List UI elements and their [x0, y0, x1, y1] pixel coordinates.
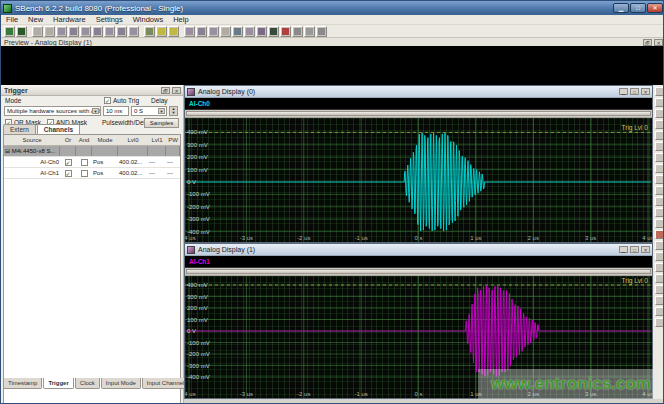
toolbar-icon-8[interactable]	[92, 26, 103, 37]
close-icon[interactable]: ✕	[172, 87, 181, 94]
level1-cell[interactable]: ---	[148, 159, 166, 165]
toolbar-icon-10[interactable]	[116, 26, 127, 37]
column-header-or[interactable]: Or	[60, 137, 76, 143]
level0-cell[interactable]: 400.02...	[118, 159, 148, 165]
close-button[interactable]: ✕	[647, 3, 663, 13]
tab-timestamp[interactable]: Timestamp	[3, 378, 42, 389]
display-tool-icon-7[interactable]	[655, 153, 664, 162]
display-tool-icon-8[interactable]	[655, 164, 664, 173]
toolbar-icon-7[interactable]	[80, 26, 91, 37]
display-tool-icon-13[interactable]	[655, 219, 664, 228]
minimize-icon[interactable]: ▁	[619, 246, 628, 253]
maximize-icon[interactable]: □	[630, 246, 639, 253]
display-tool-icon-22[interactable]	[655, 318, 664, 327]
column-header-lvl0[interactable]: Lvl0	[118, 137, 148, 143]
minimize-icon[interactable]: ▁	[619, 88, 628, 95]
auto-trig-checkbox[interactable]: ✓ Auto Trig	[104, 97, 139, 104]
checkbox-icon[interactable]: ✓	[65, 159, 72, 166]
display-tool-icon-6[interactable]	[655, 142, 664, 151]
display-tool-icon-15[interactable]	[655, 241, 664, 250]
channel-tab-ai-ch1[interactable]: AI-Ch1	[185, 258, 210, 265]
scrollbar-thumb[interactable]	[186, 269, 651, 274]
display-tool-icon-21[interactable]	[655, 307, 664, 316]
and-checkbox[interactable]	[76, 170, 92, 177]
horizontal-scrollbar[interactable]	[185, 268, 652, 276]
and-checkbox[interactable]	[76, 159, 92, 166]
samples-button[interactable]: Samples	[144, 118, 179, 128]
column-header-lvl1[interactable]: Lvl1	[148, 137, 166, 143]
minimize-button[interactable]: ▁	[613, 3, 629, 13]
display-tool-icon-4[interactable]	[655, 120, 664, 129]
display-tool-icon-17[interactable]	[655, 263, 664, 272]
column-header-and[interactable]: And	[76, 137, 92, 143]
maximize-button[interactable]: □	[630, 3, 646, 13]
column-header-pw[interactable]: PW	[166, 137, 180, 143]
tab-channels[interactable]: Channels	[37, 124, 80, 134]
close-icon[interactable]: ✕	[641, 246, 650, 253]
titlebar[interactable]: SBench 6.2.2 build 8080 (Professional - …	[1, 1, 664, 15]
trigger-panel-header[interactable]: Trigger 🗗 ✕	[1, 85, 183, 96]
table-group-row[interactable]: ⊟ M4i.4450-x8 S...	[4, 146, 180, 157]
chevron-down-icon[interactable]: ▼	[158, 108, 165, 114]
auto-trig-time-field[interactable]: 10 ms	[103, 106, 129, 116]
scrollbar-thumb[interactable]	[186, 111, 651, 116]
channel-tab-strip[interactable]: AI-Ch0	[185, 98, 652, 110]
display-tool-icon-14[interactable]	[655, 230, 664, 239]
level0-cell[interactable]: 400.02...	[118, 170, 148, 176]
toolbar-icon-6[interactable]	[68, 26, 79, 37]
menu-windows[interactable]: Windows	[128, 15, 168, 24]
display-tool-icon-10[interactable]	[655, 186, 664, 195]
menu-hardware[interactable]: Hardware	[48, 15, 91, 24]
tab-trigger[interactable]: Trigger	[43, 378, 73, 389]
toolbar-icon-15[interactable]	[184, 26, 195, 37]
display-tool-icon-16[interactable]	[655, 252, 664, 261]
display-tool-icon-19[interactable]	[655, 285, 664, 294]
close-icon[interactable]: ✕	[654, 39, 663, 46]
menu-file[interactable]: File	[1, 15, 23, 24]
column-header-source[interactable]: Source	[4, 137, 60, 143]
display-tool-icon-2[interactable]	[655, 98, 664, 107]
menu-new[interactable]: New	[23, 15, 48, 24]
display-tool-icon-9[interactable]	[655, 175, 664, 184]
toolbar-icon-11[interactable]	[128, 26, 139, 37]
toolbar-icon-12[interactable]	[144, 26, 155, 37]
tab-input-mode[interactable]: Input Mode	[101, 378, 141, 389]
trigger-mode-cell[interactable]: Pos	[92, 159, 118, 165]
toolbar-icon-1[interactable]	[4, 26, 15, 37]
toolbar-icon-14[interactable]	[168, 26, 179, 37]
maximize-icon[interactable]: □	[630, 88, 639, 95]
checkbox-icon[interactable]	[81, 159, 88, 166]
menu-settings[interactable]: Settings	[91, 15, 128, 24]
display-tool-icon-18[interactable]	[655, 274, 664, 283]
toolbar-icon-5[interactable]	[56, 26, 67, 37]
analog-display-1-titlebar[interactable]: Analog Display (1) ▁ □ ✕	[185, 244, 652, 256]
trigger-mode-select[interactable]: Multiple hardware sources with AND/OR ▼	[4, 106, 101, 116]
toolbar-icon-22[interactable]	[268, 26, 279, 37]
level1-cell[interactable]: ---	[148, 170, 166, 176]
delay-field[interactable]: 0 S ▼	[131, 106, 167, 116]
horizontal-scrollbar[interactable]	[185, 110, 652, 118]
trigger-mode-cell[interactable]: Pos	[92, 170, 118, 176]
column-header-mode[interactable]: Mode	[92, 137, 118, 143]
toolbar-icon-23[interactable]	[280, 26, 291, 37]
display-tool-icon-5[interactable]	[655, 131, 664, 140]
tab-clock[interactable]: Clock	[75, 378, 100, 389]
pulsewidth-cell[interactable]: ---	[166, 170, 180, 176]
toolbar-icon-25[interactable]	[304, 26, 315, 37]
display-tool-icon-12[interactable]	[655, 208, 664, 217]
table-row[interactable]: AI-Ch1✓Pos400.02...------	[4, 168, 180, 179]
toolbar-icon-13[interactable]	[156, 26, 167, 37]
toolbar-icon-21[interactable]	[256, 26, 267, 37]
pulsewidth-cell[interactable]: ---	[166, 159, 180, 165]
or-checkbox[interactable]: ✓	[60, 159, 76, 166]
toolbar-icon-20[interactable]	[244, 26, 255, 37]
checkbox-icon[interactable]: ✓	[65, 170, 72, 177]
or-checkbox[interactable]: ✓	[60, 170, 76, 177]
table-row[interactable]: AI-Ch0✓Pos400.02...------	[4, 157, 180, 168]
toolbar-icon-24[interactable]	[292, 26, 303, 37]
toolbar-icon-4[interactable]	[44, 26, 55, 37]
toolbar-icon-2[interactable]	[16, 26, 27, 37]
display-tool-icon-3[interactable]	[655, 109, 664, 118]
toolbar-icon-9[interactable]	[104, 26, 115, 37]
toolbar-icon-26[interactable]	[316, 26, 327, 37]
